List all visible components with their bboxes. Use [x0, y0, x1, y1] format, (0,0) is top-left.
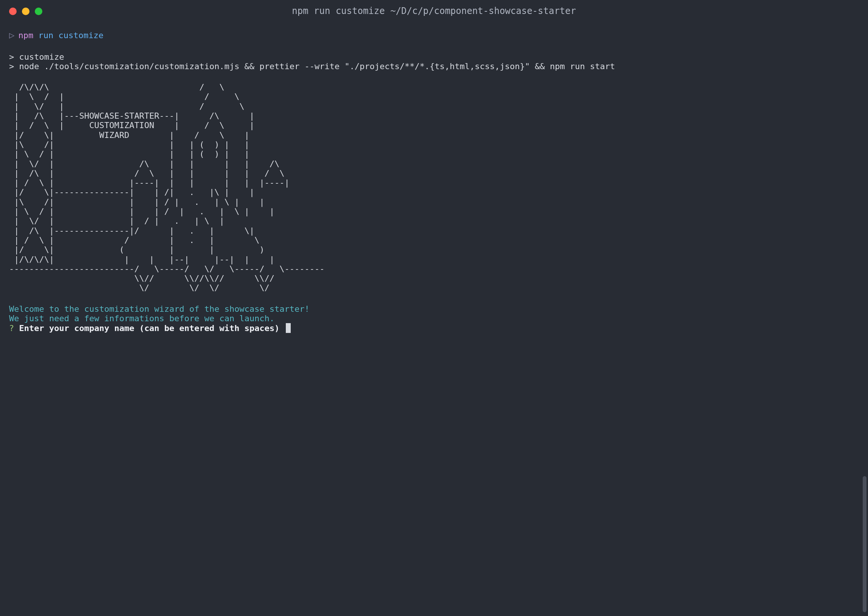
- cmd-customize: customize: [58, 31, 103, 40]
- welcome-line-1: Welcome to the customization wizard of t…: [9, 304, 859, 314]
- window-titlebar: npm run customize ~/D/c/p/component-show…: [0, 0, 868, 23]
- script-output: > customize > node ./tools/customization…: [9, 52, 859, 71]
- scrollbar-thumb[interactable]: [863, 476, 866, 612]
- text-cursor[interactable]: [286, 323, 291, 333]
- prompt-triangle-icon: ▷: [9, 30, 14, 41]
- cmd-run: run: [38, 31, 53, 40]
- input-prompt-line: ? Enter your company name (can be entere…: [9, 324, 291, 333]
- window-title: npm run customize ~/D/c/p/component-show…: [292, 6, 576, 17]
- command-line: ▷ npm run customize: [9, 30, 859, 41]
- traffic-lights: [9, 8, 42, 15]
- prompt-question-text: Enter your company name (can be entered …: [19, 324, 280, 333]
- maximize-window-button[interactable]: [35, 8, 42, 15]
- terminal-content[interactable]: ▷ npm run customize > customize > node .…: [0, 23, 868, 341]
- command-text: npm run customize: [18, 31, 103, 40]
- cmd-npm: npm: [18, 31, 33, 40]
- minimize-window-button[interactable]: [22, 8, 30, 15]
- welcome-line-2: We just need a few informations before w…: [9, 314, 859, 323]
- output-line-2: > node ./tools/customization/customizati…: [9, 61, 615, 71]
- output-line-1: > customize: [9, 52, 64, 61]
- ascii-rocket-art: /\/\/\ / \ | \ / | / \ | \/ | / \ | /\ |…: [9, 82, 859, 293]
- question-mark-icon: ?: [9, 324, 14, 333]
- wizard-prompt-area: Welcome to the customization wizard of t…: [9, 304, 859, 333]
- close-window-button[interactable]: [9, 8, 17, 15]
